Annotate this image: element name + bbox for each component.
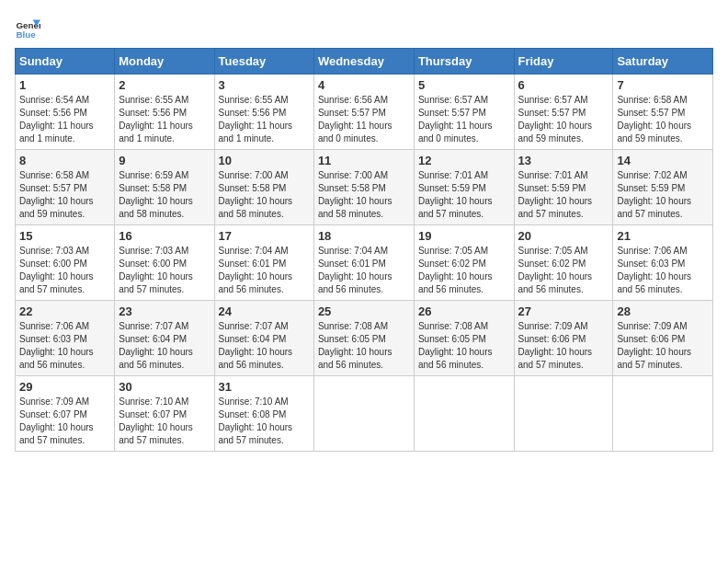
day-number: 11 [318,154,410,167]
day-number: 14 [617,154,709,167]
calendar-cell: 23 Sunrise: 7:07 AM Sunset: 6:04 PM Dayl… [115,301,214,376]
calendar-cell: 2 Sunrise: 6:55 AM Sunset: 5:56 PM Dayli… [115,75,214,150]
day-number: 8 [19,154,110,167]
calendar-cell: 5 Sunrise: 6:57 AM Sunset: 5:57 PM Dayli… [414,75,514,150]
calendar-header-sunday: Sunday [16,49,115,75]
day-info: Sunrise: 7:10 AM Sunset: 6:07 PM Dayligh… [119,396,210,447]
day-info: Sunrise: 7:00 AM Sunset: 5:58 PM Dayligh… [219,169,310,221]
day-info: Sunrise: 7:06 AM Sunset: 6:03 PM Dayligh… [617,245,709,296]
calendar-cell: 3 Sunrise: 6:55 AM Sunset: 5:56 PM Dayli… [214,75,313,150]
calendar-cell: 20 Sunrise: 7:05 AM Sunset: 6:02 PM Dayl… [514,225,613,301]
calendar-week-4: 22 Sunrise: 7:06 AM Sunset: 6:03 PM Dayl… [16,301,713,376]
calendar-cell: 27 Sunrise: 7:09 AM Sunset: 6:06 PM Dayl… [514,301,613,376]
day-number: 31 [219,380,310,394]
day-info: Sunrise: 6:57 AM Sunset: 5:57 PM Dayligh… [418,94,510,145]
day-info: Sunrise: 7:04 AM Sunset: 6:01 PM Dayligh… [219,245,310,296]
day-number: 5 [418,78,510,92]
calendar-cell: 28 Sunrise: 7:09 AM Sunset: 6:06 PM Dayl… [613,301,713,376]
day-info: Sunrise: 6:54 AM Sunset: 5:56 PM Dayligh… [19,94,110,145]
calendar-cell: 10 Sunrise: 7:00 AM Sunset: 5:58 PM Dayl… [214,150,313,225]
calendar-week-1: 1 Sunrise: 6:54 AM Sunset: 5:56 PM Dayli… [16,75,713,150]
calendar-header-row: SundayMondayTuesdayWednesdayThursdayFrid… [16,49,713,75]
day-number: 10 [219,154,310,167]
day-info: Sunrise: 7:08 AM Sunset: 6:05 PM Dayligh… [318,320,410,372]
day-info: Sunrise: 6:55 AM Sunset: 5:56 PM Dayligh… [219,94,310,145]
calendar-cell: 24 Sunrise: 7:07 AM Sunset: 6:04 PM Dayl… [214,301,313,376]
day-number: 6 [518,78,609,92]
day-number: 9 [119,154,210,167]
calendar-cell: 7 Sunrise: 6:58 AM Sunset: 5:57 PM Dayli… [613,75,713,150]
day-info: Sunrise: 7:09 AM Sunset: 6:06 PM Dayligh… [617,320,709,372]
day-info: Sunrise: 6:57 AM Sunset: 5:57 PM Dayligh… [518,94,609,145]
calendar-cell: 30 Sunrise: 7:10 AM Sunset: 6:07 PM Dayl… [115,376,214,452]
calendar-cell: 13 Sunrise: 7:01 AM Sunset: 5:59 PM Dayl… [514,150,613,225]
day-info: Sunrise: 6:58 AM Sunset: 5:57 PM Dayligh… [19,169,110,221]
day-info: Sunrise: 7:07 AM Sunset: 6:04 PM Dayligh… [119,320,210,372]
calendar-header-monday: Monday [115,49,214,75]
calendar-cell: 4 Sunrise: 6:56 AM Sunset: 5:57 PM Dayli… [313,75,414,150]
calendar-header-thursday: Thursday [414,49,514,75]
svg-text:Blue: Blue [16,29,36,40]
calendar-cell: 19 Sunrise: 7:05 AM Sunset: 6:02 PM Dayl… [414,225,514,301]
day-number: 1 [19,78,110,92]
day-number: 21 [617,229,709,243]
calendar-week-3: 15 Sunrise: 7:03 AM Sunset: 6:00 PM Dayl… [16,225,713,301]
calendar-week-2: 8 Sunrise: 6:58 AM Sunset: 5:57 PM Dayli… [16,150,713,225]
calendar-cell: 25 Sunrise: 7:08 AM Sunset: 6:05 PM Dayl… [313,301,414,376]
day-number: 12 [418,154,510,167]
day-number: 17 [219,229,310,243]
day-info: Sunrise: 7:00 AM Sunset: 5:58 PM Dayligh… [318,169,410,221]
day-number: 16 [119,229,210,243]
calendar-cell [414,376,514,452]
calendar-cell [313,376,414,452]
day-info: Sunrise: 7:03 AM Sunset: 6:00 PM Dayligh… [119,245,210,296]
day-info: Sunrise: 6:59 AM Sunset: 5:58 PM Dayligh… [119,169,210,221]
day-number: 26 [418,304,510,318]
day-number: 30 [119,380,210,394]
calendar-cell: 26 Sunrise: 7:08 AM Sunset: 6:05 PM Dayl… [414,301,514,376]
day-info: Sunrise: 7:05 AM Sunset: 6:02 PM Dayligh… [418,245,510,296]
calendar-cell: 6 Sunrise: 6:57 AM Sunset: 5:57 PM Dayli… [514,75,613,150]
day-info: Sunrise: 7:09 AM Sunset: 6:06 PM Dayligh… [518,320,609,372]
calendar-cell: 16 Sunrise: 7:03 AM Sunset: 6:00 PM Dayl… [115,225,214,301]
logo: General Blue [15,15,40,40]
day-number: 29 [19,380,110,394]
calendar-cell: 21 Sunrise: 7:06 AM Sunset: 6:03 PM Dayl… [613,225,713,301]
day-number: 25 [318,304,410,318]
day-info: Sunrise: 7:01 AM Sunset: 5:59 PM Dayligh… [418,169,510,221]
calendar-cell: 29 Sunrise: 7:09 AM Sunset: 6:07 PM Dayl… [16,376,115,452]
day-number: 15 [19,229,110,243]
calendar-week-5: 29 Sunrise: 7:09 AM Sunset: 6:07 PM Dayl… [16,376,713,452]
day-info: Sunrise: 7:06 AM Sunset: 6:03 PM Dayligh… [19,320,110,372]
day-info: Sunrise: 7:07 AM Sunset: 6:04 PM Dayligh… [219,320,310,372]
day-info: Sunrise: 7:10 AM Sunset: 6:08 PM Dayligh… [219,396,310,447]
calendar-cell: 14 Sunrise: 7:02 AM Sunset: 5:59 PM Dayl… [613,150,713,225]
calendar-cell: 9 Sunrise: 6:59 AM Sunset: 5:58 PM Dayli… [115,150,214,225]
day-info: Sunrise: 6:56 AM Sunset: 5:57 PM Dayligh… [318,94,410,145]
calendar-cell: 1 Sunrise: 6:54 AM Sunset: 5:56 PM Dayli… [16,75,115,150]
day-info: Sunrise: 6:58 AM Sunset: 5:57 PM Dayligh… [617,94,709,145]
calendar-cell [514,376,613,452]
day-number: 20 [518,229,609,243]
day-number: 7 [617,78,709,92]
calendar-header-tuesday: Tuesday [214,49,313,75]
calendar-header-saturday: Saturday [613,49,713,75]
day-number: 2 [119,78,210,92]
day-info: Sunrise: 6:55 AM Sunset: 5:56 PM Dayligh… [119,94,210,145]
day-info: Sunrise: 7:05 AM Sunset: 6:02 PM Dayligh… [518,245,609,296]
day-number: 28 [617,304,709,318]
calendar-table: SundayMondayTuesdayWednesdayThursdayFrid… [15,48,713,452]
day-number: 18 [318,229,410,243]
calendar-cell: 11 Sunrise: 7:00 AM Sunset: 5:58 PM Dayl… [313,150,414,225]
calendar-cell: 17 Sunrise: 7:04 AM Sunset: 6:01 PM Dayl… [214,225,313,301]
day-number: 27 [518,304,609,318]
day-number: 4 [318,78,410,92]
calendar-header-friday: Friday [514,49,613,75]
day-info: Sunrise: 7:01 AM Sunset: 5:59 PM Dayligh… [518,169,609,221]
logo-icon: General Blue [15,15,40,40]
day-info: Sunrise: 7:03 AM Sunset: 6:00 PM Dayligh… [19,245,110,296]
day-number: 22 [19,304,110,318]
calendar-cell: 8 Sunrise: 6:58 AM Sunset: 5:57 PM Dayli… [16,150,115,225]
calendar-header-wednesday: Wednesday [313,49,414,75]
calendar-cell: 22 Sunrise: 7:06 AM Sunset: 6:03 PM Dayl… [16,301,115,376]
